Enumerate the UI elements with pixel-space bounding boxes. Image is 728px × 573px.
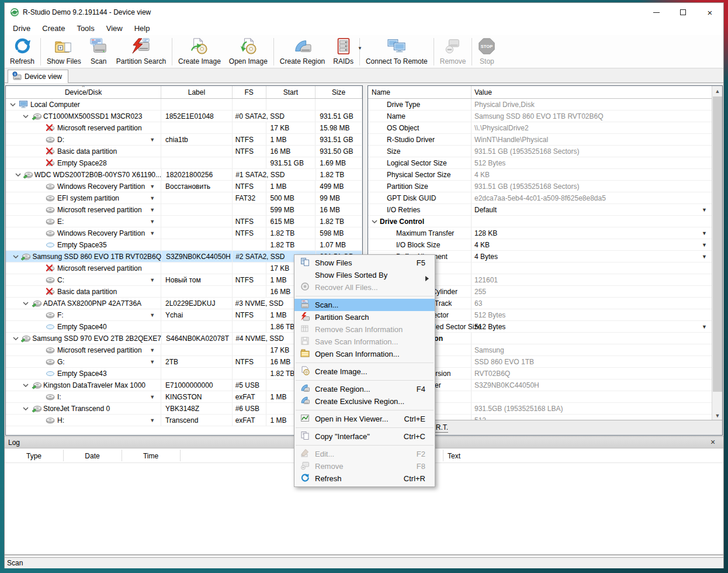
raids-button[interactable]: ▼RAIDs [329, 36, 358, 67]
menu-item-save-scan-information[interactable]: Save Scan Information... [294, 336, 435, 348]
property-value[interactable]: 512 Bytes [474, 323, 505, 331]
partition-dropdown-icon[interactable]: ▼ [150, 195, 155, 201]
column-header-device-disk[interactable]: Device/Disk^ [6, 86, 161, 98]
partition-dropdown-icon[interactable]: ▼ [150, 312, 155, 318]
partition-dropdown-icon[interactable]: ▼ [150, 207, 155, 213]
partition-dropdown-icon[interactable]: ▼ [150, 394, 155, 400]
close-button[interactable]: × [696, 3, 723, 22]
scroll-up-icon[interactable]: ▲ [712, 87, 723, 96]
menu-item-show-files-sorted-by[interactable]: Show Files Sorted By [294, 269, 435, 281]
expand-chevron-icon[interactable] [15, 172, 21, 177]
device-row-basic-data-partition[interactable]: Basic data partitionNTFS16 MB931.50 GB [6, 146, 362, 157]
log-column-date[interactable]: Date [69, 448, 116, 463]
create-image-button[interactable]: Create Image [174, 36, 225, 67]
value-dropdown-icon[interactable]: ▼ [702, 254, 707, 260]
log-column-text[interactable]: Text [448, 448, 460, 463]
expand-chevron-icon[interactable] [22, 406, 29, 411]
device-row-windows-recovery-partition[interactable]: Windows Recovery Partition▼NTFS1.82 TB59… [6, 227, 362, 239]
scroll-down-icon[interactable]: ▼ [712, 411, 723, 420]
partition-dropdown-icon[interactable]: ▼ [150, 219, 155, 225]
value-dropdown-icon[interactable]: ▼ [702, 242, 707, 248]
menu-item-remove-scan-information[interactable]: Remove Scan Information [294, 323, 435, 336]
value-dropdown-icon[interactable]: ▼ [702, 207, 707, 213]
device-row-microsoft-reserved-partition[interactable]: Microsoft reserved partition17 KB15.98 M… [6, 122, 362, 134]
maximize-button[interactable] [670, 3, 696, 22]
menu-create[interactable]: Create [36, 23, 71, 34]
partition-dropdown-icon[interactable]: ▼ [150, 137, 155, 143]
stop-button[interactable]: STOPStop [474, 36, 500, 67]
scan-button[interactable]: Scan [85, 36, 112, 67]
menu-item-copy-interface[interactable]: Copy "Interface"Ctrl+C [294, 430, 435, 443]
partition-dropdown-icon[interactable]: ▼ [150, 359, 155, 365]
expand-chevron-icon[interactable] [13, 336, 19, 341]
device-row-efi-system-partition[interactable]: EFI system partition▼FAT32500 MB99 MB [6, 192, 362, 204]
device-row-microsoft-reserved-partition[interactable]: Microsoft reserved partition▼599 MB16 MB [6, 204, 362, 216]
expand-chevron-icon[interactable] [9, 102, 16, 107]
menu-view[interactable]: View [100, 23, 129, 34]
section-chevron-icon[interactable] [372, 218, 377, 226]
property-name: Drive Control [380, 218, 424, 226]
expand-chevron-icon[interactable] [22, 114, 29, 119]
menu-help[interactable]: Help [129, 23, 156, 34]
column-header-fs[interactable]: FS [233, 86, 266, 98]
menu-item-open-in-hex-viewer[interactable]: Open in Hex Viewer...Ctrl+E [294, 413, 435, 425]
menu-item-recover-all-files[interactable]: Recover All Files... [294, 281, 435, 294]
column-header-start[interactable]: Start [266, 86, 316, 98]
device-row-e[interactable]: E:▼NTFS615 MB1.82 TB [6, 216, 362, 227]
column-header-label[interactable]: Label [161, 86, 233, 98]
property-value[interactable]: Default [474, 206, 497, 214]
refresh-button[interactable]: Refresh [6, 36, 39, 67]
device-row-d[interactable]: D:▼chia1tbNTFS1 MB931.51 GB [6, 134, 362, 146]
device-name: E: [57, 218, 64, 226]
log-column-type[interactable]: Type [11, 448, 57, 463]
menu-item-refresh[interactable]: RefreshCtrl+R [294, 472, 435, 485]
properties-column-name[interactable]: Name [368, 86, 472, 98]
partition-search-button[interactable]: Partition Search [112, 36, 170, 67]
device-row-empty-space35[interactable]: Empty Space351.82 TB1.07 MB [6, 239, 362, 251]
expand-chevron-icon[interactable] [22, 301, 29, 306]
menu-item-create-image[interactable]: Create Image... [294, 365, 435, 378]
device-row-empty-space28[interactable]: Empty Space28931.51 GB1.69 MB [6, 157, 362, 169]
property-value[interactable]: 4 KB [474, 241, 490, 249]
partition-dropdown-icon[interactable]: ▼ [150, 417, 155, 423]
expand-chevron-icon[interactable] [13, 254, 19, 259]
m-open-scan [300, 348, 310, 360]
properties-scrollbar[interactable]: ▲ ▼ [712, 86, 722, 421]
expand-chevron-icon[interactable] [22, 383, 29, 388]
open-image-button[interactable]: Open Image [225, 36, 272, 67]
partition-dropdown-icon[interactable]: ▼ [150, 347, 155, 353]
menu-item-remove[interactable]: RemoveF8 [294, 460, 435, 472]
device-row-wdc-wds200t2b0b-00ys70-x61190[interactable]: WDC WDS200T2B0B-00YS70 X61190...18202180… [6, 169, 362, 181]
connect-to-remote-button[interactable]: Connect To Remote [362, 36, 432, 67]
menu-item-edit[interactable]: Edit...F2 [294, 448, 435, 460]
menu-item-scan[interactable]: Scan... [294, 299, 435, 311]
log-column-time[interactable]: Time [127, 448, 174, 463]
device-row-local-computer[interactable]: Local Computer [6, 99, 362, 111]
partition-dropdown-icon[interactable]: ▼ [150, 184, 155, 189]
show-files-button[interactable]: Show Files [43, 36, 85, 67]
menu-item-open-scan-information[interactable]: Open Scan Information... [294, 348, 435, 360]
menu-item-show-files[interactable]: Show FilesF5 [294, 257, 435, 269]
menu-drive[interactable]: Drive [7, 23, 36, 34]
partition-dropdown-icon[interactable]: ▼ [150, 230, 155, 236]
device-row-windows-recovery-partition[interactable]: Windows Recovery Partition▼ВосстановитьN… [6, 181, 362, 192]
menu-item-partition-search[interactable]: Partition Search [294, 311, 435, 323]
device-row-ct1000mx500ssd1-m3cr023[interactable]: CT1000MX500SSD1 M3CR0231852E1E01048#0 SA… [6, 111, 362, 122]
create-region-button[interactable]: Create Region [276, 36, 329, 67]
menu-item-create-exclusive-region[interactable]: Create Exclusive Region... [294, 395, 435, 408]
properties-column-value[interactable]: Value [472, 86, 722, 98]
partition-dropdown-icon[interactable]: ▼ [150, 277, 155, 283]
menu-item-create-region[interactable]: Create Region...F4 [294, 383, 435, 395]
minimize-button[interactable] [643, 3, 670, 22]
property-value[interactable]: 4 Bytes [474, 253, 498, 261]
tab-device-view[interactable]: i Device view [8, 70, 68, 83]
value-dropdown-icon[interactable]: ▼ [702, 324, 707, 330]
log-close-icon[interactable]: × [708, 437, 717, 447]
menu-tools[interactable]: Tools [71, 23, 100, 34]
scrollbar-thumb[interactable] [713, 96, 722, 392]
property-value[interactable]: 128 KB [474, 229, 497, 237]
column-header-size[interactable]: Size [316, 86, 362, 98]
value-dropdown-icon[interactable]: ▼ [702, 230, 707, 236]
remove-button[interactable]: Remove [436, 36, 470, 67]
property-row-drive-control: Drive Control [368, 216, 712, 227]
